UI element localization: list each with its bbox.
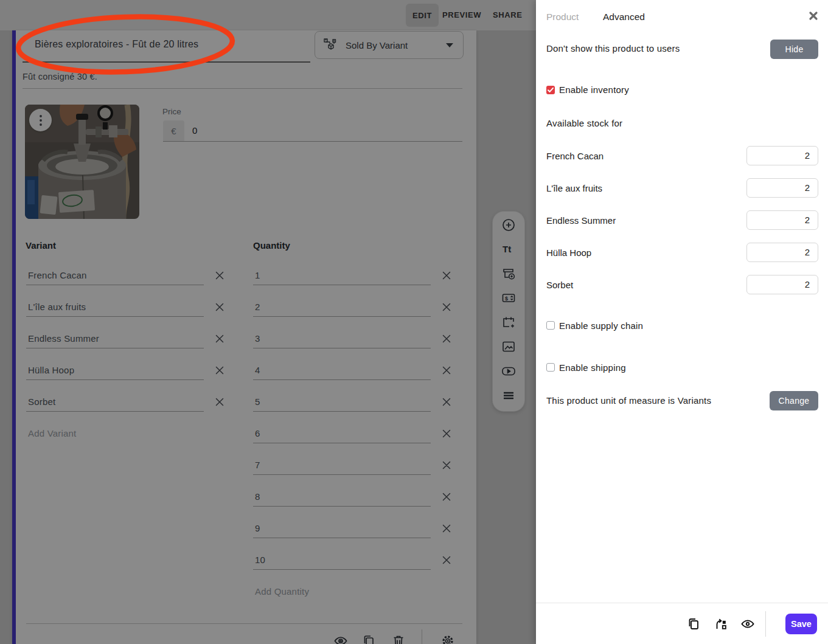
enable-inventory-checkbox[interactable] [546,86,555,94]
preview-eye-icon[interactable] [740,617,755,631]
available-stock-label: Available stock for [546,118,622,128]
stock-rows: French Cacan2L'île aux fruits2Endless Su… [546,146,818,316]
stock-row: French Cacan2 [546,146,818,167]
drawer-footer: Save [536,603,828,644]
duplicate-icon[interactable] [686,617,701,631]
unit-of-measure-label: This product unit of measure is Variants [546,395,711,406]
stock-quantity-input[interactable]: 2 [746,178,818,198]
hide-button[interactable]: Hide [770,40,818,59]
tab-advanced[interactable]: Advanced [603,12,645,23]
enable-inventory-label: Enable inventory [559,85,629,95]
stock-variant-name: Endless Summer [546,210,616,231]
product-settings-drawer: Product Advanced Don't show this product… [536,0,828,644]
enable-shipping-checkbox[interactable] [546,363,555,372]
stock-row: Endless Summer2 [546,210,818,231]
footer-divider-line [765,611,766,637]
tab-product[interactable]: Product [546,12,579,23]
stock-row: L'île aux fruits2 [546,178,818,199]
modal-dim-overlay [0,0,536,644]
stock-variant-name: Hülla Hoop [546,243,591,263]
enable-shipping-label: Enable shipping [559,362,626,373]
stock-row: Sorbet2 [546,275,818,296]
stock-quantity-input[interactable]: 2 [746,210,818,230]
stock-row: Hülla Hoop2 [546,243,818,263]
hide-product-label: Don't show this product to users [546,43,680,54]
checkmark-icon [546,86,555,94]
stock-variant-name: French Cacan [546,146,604,167]
stock-variant-name: Sorbet [546,275,573,296]
enable-supply-chain-label: Enable supply chain [559,320,643,331]
enable-supply-chain-checkbox[interactable] [546,321,555,330]
stock-quantity-input[interactable]: 2 [746,275,818,294]
change-widget-icon[interactable] [713,617,728,631]
close-icon[interactable] [809,11,818,21]
save-button[interactable]: Save [785,614,817,634]
editor-canvas: EDIT PREVIEW SHARE Bières exploratoires … [0,0,536,644]
stock-variant-name: L'île aux fruits [546,178,602,199]
screen: EDIT PREVIEW SHARE Bières exploratoires … [0,0,828,644]
stock-quantity-input[interactable]: 2 [746,146,818,165]
stock-quantity-input[interactable]: 2 [746,243,818,262]
change-unit-button[interactable]: Change [770,391,818,410]
